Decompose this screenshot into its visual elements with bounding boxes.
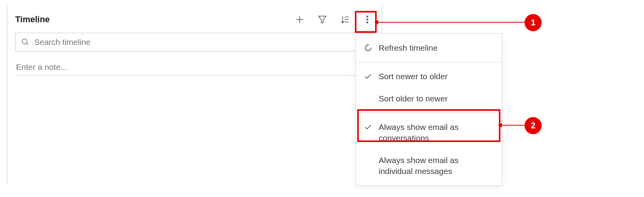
note-input[interactable] [15, 59, 374, 76]
more-button[interactable] [361, 13, 374, 26]
callout-arrow-1 [377, 22, 528, 23]
panel-title: Timeline [15, 14, 50, 25]
sort-icon [340, 14, 350, 25]
timeline-panel: Timeline [7, 5, 382, 185]
svg-point-8 [367, 19, 368, 20]
funnel-icon [317, 14, 327, 25]
toolbar [293, 13, 374, 26]
add-button[interactable] [293, 13, 306, 26]
callout-badge-2: 2 [525, 117, 542, 134]
menu-item-sort-older[interactable]: Sort older to newer [356, 88, 502, 110]
svg-point-10 [22, 39, 27, 44]
sort-button[interactable] [338, 13, 351, 26]
menu-item-email-individual[interactable]: Always show email as individual messages [356, 149, 502, 183]
callout-arrow-2 [501, 125, 528, 126]
menu-item-email-conversations[interactable]: Always show email as conversations [356, 116, 502, 149]
search-box[interactable] [15, 33, 374, 51]
menu-label: Sort newer to older [379, 71, 447, 82]
check-icon [363, 123, 373, 131]
menu-label: Refresh timeline [379, 43, 438, 53]
more-vertical-icon [362, 14, 372, 25]
refresh-icon [363, 44, 373, 52]
callout-badge-1: 1 [525, 14, 542, 31]
menu-label: Sort older to newer [379, 93, 447, 104]
plus-icon [295, 14, 305, 25]
menu-item-refresh[interactable]: Refresh timeline [356, 37, 502, 59]
svg-point-7 [367, 16, 368, 17]
panel-header: Timeline [15, 11, 374, 28]
menu-label: Always show email as individual messages [379, 155, 495, 177]
svg-marker-2 [318, 16, 326, 23]
menu-label: Always show email as conversations [379, 122, 495, 144]
svg-point-9 [367, 22, 368, 23]
search-input[interactable] [34, 37, 368, 47]
check-icon [363, 72, 373, 81]
search-icon [21, 38, 30, 46]
more-menu: Refresh timeline Sort newer to older Sor… [356, 34, 502, 186]
svg-line-11 [26, 43, 28, 45]
menu-item-sort-newer[interactable]: Sort newer to older [356, 66, 502, 87]
filter-button[interactable] [316, 13, 329, 26]
